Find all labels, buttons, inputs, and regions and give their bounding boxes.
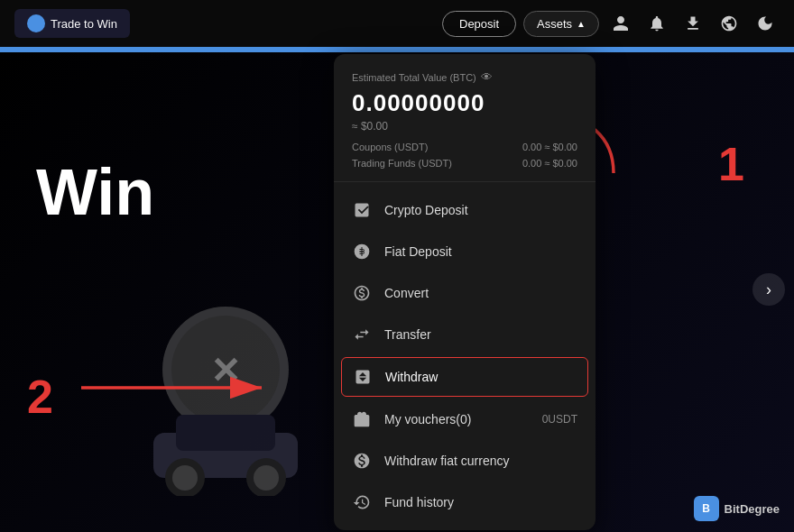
crypto-deposit-icon [352,200,372,220]
menu-item-withdraw-fiat[interactable]: Withdraw fiat currency [334,440,596,482]
vouchers-label: My vouchers(0) [384,412,530,427]
menu-item-fund-history[interactable]: Fund history [334,482,596,523]
annotation-number-1: 1 [718,137,744,191]
coupons-value: 0.00 ≈ $0.00 [522,142,577,152]
coupons-label: Coupons (USDT) [352,142,428,152]
trading-row: Trading Funds (USDT) 0.00 ≈ $0.00 [352,158,577,169]
fiat-deposit-icon [352,242,372,261]
usd-approx: ≈ $0.00 [352,120,577,133]
user-icon[interactable] [606,9,635,38]
menu-item-withdraw[interactable]: Withdraw [341,357,588,397]
menu-item-convert[interactable]: Convert [334,272,596,314]
assets-chevron: ▲ [577,19,586,29]
crypto-deposit-label: Crypto Deposit [384,203,577,217]
transfer-label: Transfer [384,327,577,342]
trading-value: 0.00 ≈ $0.00 [522,158,577,169]
bell-icon[interactable] [642,9,671,38]
accent-bar [0,47,794,52]
transfer-icon [352,325,372,344]
svg-point-11 [254,465,279,491]
coupons-row: Coupons (USDT) 0.00 ≈ $0.00 [352,142,577,152]
next-button[interactable]: › [752,273,785,306]
deposit-button[interactable]: Deposit [442,11,516,37]
header-right: Deposit Assets ▲ [442,9,780,38]
menu-item-fiat-deposit[interactable]: Fiat Deposit [334,231,596,272]
vouchers-icon [352,409,372,429]
trading-label: Trading Funds (USDT) [352,158,452,169]
fund-history-label: Fund history [384,495,577,509]
estimated-label: Estimated Total Value (BTC) 👁 [352,70,577,84]
convert-label: Convert [384,286,577,300]
balance-section: Estimated Total Value (BTC) 👁 0.00000000… [334,54,596,182]
logo-label: Trade to Win [51,17,117,31]
svg-rect-7 [176,415,275,451]
withdraw-fiat-icon [352,451,372,471]
globe-icon[interactable] [715,9,743,38]
withdraw-icon [353,367,373,387]
vouchers-badge: 0USDT [542,413,577,426]
download-icon[interactable] [679,9,707,38]
menu-item-transfer[interactable]: Transfer [334,314,596,355]
bitdegree-watermark: B BitDegree [694,496,780,521]
eye-icon[interactable]: 👁 [481,70,493,84]
menu-item-crypto-deposit[interactable]: Crypto Deposit [334,189,596,231]
convert-icon [352,283,372,303]
svg-point-9 [172,465,198,491]
assets-label: Assets [537,17,572,31]
win-text: Win [36,155,154,229]
menu-list: Crypto Deposit Fiat Deposit Convert Tran… [334,182,596,530]
annotation-number-2: 2 [27,370,53,424]
annotation-arrow-2 [81,365,280,410]
logo-button[interactable]: Trade to Win [14,9,130,38]
bitdegree-icon: B [694,496,719,521]
btc-value: 0.00000000 [352,89,577,117]
bitdegree-label: BitDegree [725,502,780,516]
menu-item-vouchers[interactable]: My vouchers(0) 0USDT [334,399,596,440]
fiat-deposit-label: Fiat Deposit [384,244,577,259]
logo-icon [27,14,45,32]
withdraw-fiat-label: Withdraw fiat currency [384,454,577,468]
assets-button[interactable]: Assets ▲ [523,11,599,37]
moon-icon[interactable] [751,9,780,38]
assets-dropdown: Estimated Total Value (BTC) 👁 0.00000000… [334,54,596,530]
fund-history-icon [352,492,372,512]
header: Trade to Win Deposit Assets ▲ [0,0,794,47]
withdraw-label: Withdraw [385,370,577,384]
